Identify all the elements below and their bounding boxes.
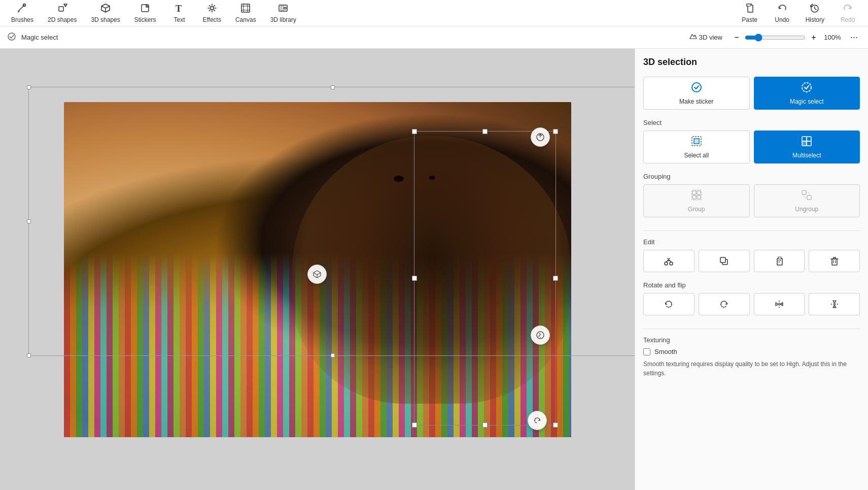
svg-point-17	[802, 83, 811, 92]
redo-label: Redo	[841, 16, 855, 23]
undo-icon	[777, 3, 788, 15]
select-all-button[interactable]: Select all	[643, 130, 750, 164]
group-label: Group	[688, 206, 705, 213]
smooth-label[interactable]: Smooth	[654, 348, 677, 355]
svg-point-32	[670, 262, 673, 265]
2dshapes-label: 2D shapes	[48, 16, 77, 23]
magic-select-panel-button[interactable]: Magic select	[754, 77, 860, 110]
history-label: History	[806, 16, 824, 23]
multiselect-button[interactable]: Multiselect	[754, 130, 860, 164]
magic-select-panel-icon	[801, 81, 813, 96]
panel-title: 3D selection	[643, 57, 860, 68]
zoom-out-button[interactable]: −	[731, 31, 743, 44]
svg-rect-28	[691, 190, 702, 200]
svg-rect-10	[747, 4, 751, 6]
svg-point-5	[211, 7, 214, 10]
svg-rect-27	[697, 195, 701, 199]
3d-view-button[interactable]: 3D view	[685, 31, 726, 44]
flip-horizontal-button[interactable]	[754, 293, 805, 315]
group-button[interactable]: Group	[643, 184, 750, 217]
divider-1	[643, 231, 860, 231]
select-buttons: Select all Multiselect	[643, 130, 860, 164]
multiselect-icon	[801, 135, 813, 150]
more-options-button[interactable]: ···	[847, 31, 861, 44]
tool-undo[interactable]: Undo	[767, 2, 797, 24]
zoom-in-button[interactable]: +	[808, 31, 820, 44]
outer-handle-tr[interactable]	[635, 85, 635, 89]
zoom-slider[interactable]	[745, 34, 806, 42]
svg-rect-29	[802, 190, 806, 194]
3dshapes-icon	[100, 3, 111, 15]
paste-button[interactable]	[754, 250, 805, 272]
tool-redo[interactable]: Redo	[832, 2, 863, 24]
outer-handle-br[interactable]	[635, 353, 635, 357]
move-to-3d-float-button[interactable]	[307, 265, 327, 284]
rotate-bottom-button[interactable]	[528, 411, 547, 430]
svg-rect-20	[802, 137, 807, 141]
3dshapes-label: 3D shapes	[91, 16, 120, 23]
cut-button[interactable]	[643, 250, 695, 272]
rotate-section-label: Rotate and flip	[643, 281, 860, 289]
magic-select-panel-label: Magic select	[790, 98, 824, 105]
zoom-percent: 100%	[822, 34, 843, 41]
tool-3d-shapes[interactable]: 3D shapes	[85, 2, 126, 24]
svg-point-15	[540, 337, 541, 338]
main-area: 3D selection Make sticker Magic select S…	[0, 49, 868, 490]
tool-canvas[interactable]: Canvas	[229, 2, 262, 24]
smooth-checkbox[interactable]	[643, 348, 650, 355]
texturing-section: Texturing Smooth Smooth texturing requir…	[643, 336, 860, 378]
outer-handle-tl[interactable]	[27, 85, 31, 89]
texturing-label: Texturing	[643, 336, 860, 344]
3dlibrary-label: 3D library	[270, 16, 296, 23]
action-float-button[interactable]	[531, 325, 550, 345]
grouping-buttons: Group Ungroup	[643, 184, 860, 217]
tool-text[interactable]: T Text	[164, 2, 194, 24]
outer-handle-bl[interactable]	[27, 353, 31, 357]
rotate-float-button[interactable]	[531, 127, 550, 147]
tool-effects[interactable]: Effects	[196, 2, 227, 24]
tool-brushes[interactable]: Brushes	[5, 2, 40, 24]
3dlibrary-icon	[277, 3, 289, 15]
toolbar-right: Paste Undo History Redo	[735, 2, 863, 24]
history-icon	[809, 3, 820, 15]
panel-top-buttons: Make sticker Magic select	[643, 77, 860, 110]
ungroup-button[interactable]: Ungroup	[754, 184, 860, 217]
tool-paste[interactable]: Paste	[735, 2, 765, 24]
outer-handle-tm[interactable]	[331, 85, 335, 89]
ungroup-icon	[801, 189, 813, 204]
canvas-icon	[240, 3, 251, 15]
tool-stickers[interactable]: Stickers	[128, 2, 162, 24]
svg-rect-30	[807, 195, 811, 200]
rotate-buttons	[643, 293, 860, 315]
outer-handle-mr[interactable]	[635, 219, 635, 223]
tool-history[interactable]: History	[800, 2, 830, 24]
svg-rect-1	[59, 7, 63, 11]
smooth-checkbox-row: Smooth	[643, 348, 860, 355]
paste-label: Paste	[742, 16, 757, 23]
tool-3d-library[interactable]: 3D library	[264, 2, 302, 24]
delete-button[interactable]	[809, 250, 860, 272]
group-icon	[690, 189, 703, 204]
make-sticker-button[interactable]: Make sticker	[643, 77, 750, 110]
make-sticker-label: Make sticker	[679, 98, 713, 105]
canvas-area[interactable]	[0, 49, 635, 490]
select-all-label: Select all	[684, 152, 709, 159]
3dview-icon	[689, 32, 697, 42]
svg-rect-26	[692, 195, 696, 199]
flip-vertical-button[interactable]	[809, 293, 860, 315]
magic-select-label: Magic select	[21, 34, 58, 41]
edit-buttons	[643, 250, 860, 272]
outer-handle-ml[interactable]	[27, 219, 31, 223]
svg-rect-34	[720, 257, 725, 263]
tool-2d-shapes[interactable]: 2D shapes	[42, 2, 83, 24]
multiselect-label: Multiselect	[792, 152, 821, 159]
rotate-left-button[interactable]	[643, 293, 695, 315]
svg-point-31	[665, 262, 668, 265]
copy-button[interactable]	[699, 250, 750, 272]
svg-marker-2	[64, 4, 67, 7]
rotate-right-button[interactable]	[699, 293, 750, 315]
edit-section-label: Edit	[643, 238, 860, 246]
svg-point-12	[8, 33, 15, 40]
svg-rect-6	[241, 4, 250, 12]
grouping-section-label: Grouping	[643, 173, 860, 180]
